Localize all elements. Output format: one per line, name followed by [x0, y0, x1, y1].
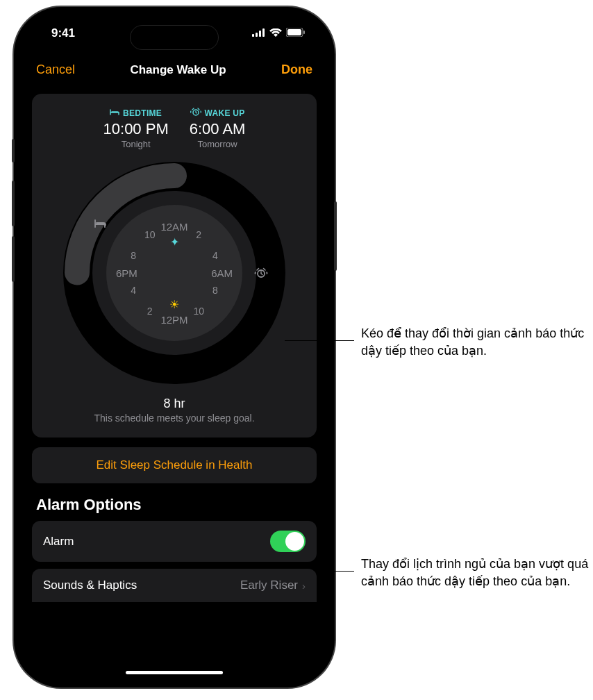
alarm-label: Alarm	[43, 535, 74, 549]
sleep-card: BEDTIME 10:00 PM Tonight WAKE UP 6:00 AM…	[32, 94, 317, 438]
svg-rect-0	[252, 34, 254, 37]
schedule-header: BEDTIME 10:00 PM Tonight WAKE UP 6:00 AM…	[42, 106, 307, 149]
status-time: 9:41	[51, 26, 75, 40]
wakeup-value: 6:00 AM	[190, 120, 246, 138]
svg-rect-1	[256, 33, 258, 37]
tick-2p: 2	[136, 306, 164, 317]
stars-icon: ✦	[170, 235, 179, 248]
goal: 8 hr This schedule meets your sleep goal…	[42, 397, 307, 424]
tick-12pm: 12PM	[160, 313, 188, 325]
bed-icon	[110, 108, 119, 118]
tick-8: 8	[201, 285, 229, 296]
tick-6am: 6AM	[208, 267, 236, 279]
sun-icon: ☀	[169, 298, 179, 311]
svg-rect-3	[262, 28, 265, 37]
wakeup-label: WAKE UP	[205, 108, 245, 118]
bedtime-sub: Tonight	[103, 139, 169, 149]
clock-face: 12AM 2 4 6AM 8 10 12PM 2 4 6PM 8 10 ✦ ☀	[106, 205, 242, 341]
edit-schedule-button[interactable]: Edit Sleep Schedule in Health	[32, 447, 317, 483]
screen: 9:41 Cancel Change Wake Up Done BEDTIME …	[21, 14, 328, 681]
tick-8p: 8	[119, 250, 147, 261]
phone-frame: 9:41 Cancel Change Wake Up Done BEDTIME …	[14, 7, 335, 688]
alarm-toggle-row: Alarm	[32, 521, 317, 562]
wakeup-handle[interactable]	[251, 263, 271, 283]
tick-10p: 10	[136, 229, 164, 240]
tick-10: 10	[185, 306, 212, 317]
chevron-right-icon: ›	[302, 580, 306, 592]
goal-note: This schedule meets your sleep goal.	[42, 412, 307, 424]
bedtime-label: BEDTIME	[123, 108, 162, 118]
callout-line-2	[319, 571, 354, 572]
alarm-toggle[interactable]	[270, 531, 306, 552]
tick-2: 2	[185, 229, 212, 240]
tick-12am: 12AM	[160, 221, 188, 233]
svg-rect-5	[287, 29, 301, 35]
sounds-label: Sounds & Haptics	[43, 578, 137, 592]
callout-2: Thay đổi lịch trình ngủ của bạn vượt quá…	[361, 556, 590, 590]
callout-1: Kéo để thay đổi thời gian cảnh báo thức …	[361, 325, 590, 360]
home-indicator[interactable]	[126, 671, 223, 674]
done-button[interactable]: Done	[281, 62, 312, 77]
cancel-button[interactable]: Cancel	[36, 62, 75, 77]
alarm-icon	[190, 108, 201, 118]
sounds-value: Early Riser	[240, 578, 298, 592]
dynamic-island	[130, 25, 219, 50]
sleep-dial[interactable]: 12AM 2 4 6AM 8 10 12PM 2 4 6PM 8 10 ✦ ☀	[63, 162, 285, 384]
wifi-icon	[269, 26, 282, 40]
status-right	[252, 26, 306, 40]
wakeup-sub: Tomorrow	[190, 139, 246, 149]
svg-rect-6	[303, 31, 305, 34]
svg-rect-2	[259, 31, 261, 37]
callout-line-1	[285, 340, 354, 341]
tick-4: 4	[201, 250, 229, 261]
bedtime-handle[interactable]	[90, 214, 110, 233]
alarm-options-title: Alarm Options	[36, 496, 312, 514]
bedtime-value: 10:00 PM	[103, 120, 169, 138]
tick-6pm: 6PM	[112, 267, 140, 279]
sounds-row[interactable]: Sounds & Haptics Early Riser ›	[32, 569, 317, 602]
battery-icon	[286, 26, 306, 40]
tick-4p: 4	[119, 285, 147, 296]
page-title: Change Wake Up	[130, 63, 226, 77]
cellular-icon	[252, 26, 265, 40]
goal-duration: 8 hr	[42, 397, 307, 411]
